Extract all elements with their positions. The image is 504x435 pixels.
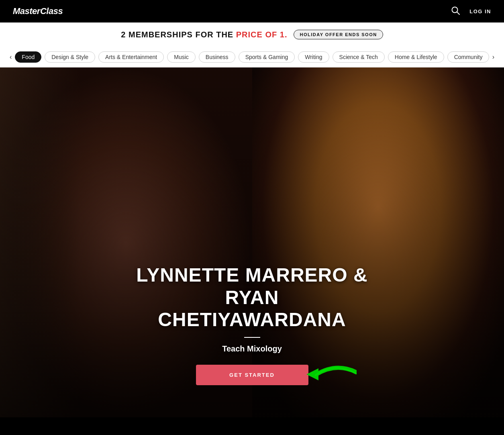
category-pill-business[interactable]: Business — [199, 51, 235, 63]
category-pill-arts-and-entertainment[interactable]: Arts & Entertainment — [98, 51, 164, 63]
promo-text: 2 MEMBERSHIPS FOR THE PRICE OF 1. — [121, 30, 287, 39]
promo-text-highlight: PRICE OF 1. — [236, 30, 288, 39]
category-pill-food[interactable]: Food — [15, 51, 41, 63]
category-prev-button[interactable]: ‹ — [6, 50, 15, 64]
login-button[interactable]: LOG IN — [469, 8, 491, 14]
svg-line-1 — [457, 12, 460, 14]
category-pill-home-and-lifestyle[interactable]: Home & Lifestyle — [388, 51, 444, 63]
hero-cta-wrap: GET STARTED — [196, 365, 308, 385]
green-arrow-icon — [304, 358, 357, 392]
masterclass-logo[interactable]: MasterClass — [13, 6, 63, 16]
category-pill-sports-and-gaming[interactable]: Sports & Gaming — [239, 51, 295, 63]
promo-text-before: 2 MEMBERSHIPS FOR THE — [121, 30, 236, 39]
navbar-right: LOG IN — [451, 6, 491, 17]
hero-instructor-name: LYNNETTE MARRERO &RYAN CHETIYAWARDANA — [132, 264, 373, 331]
category-pill-design-and-style[interactable]: Design & Style — [45, 51, 95, 63]
promo-badge-button[interactable]: HOLIDAY OFFER ENDS SOON — [294, 30, 383, 39]
hero-section: LYNNETTE MARRERO &RYAN CHETIYAWARDANA Te… — [0, 67, 504, 417]
category-pill-science-and-tech[interactable]: Science & Tech — [333, 51, 385, 63]
category-nav: ‹ FoodDesign & StyleArts & Entertainment… — [0, 47, 504, 67]
hero-content: LYNNETTE MARRERO &RYAN CHETIYAWARDANA Te… — [132, 264, 373, 385]
search-icon[interactable] — [451, 6, 460, 17]
get-started-button[interactable]: GET STARTED — [196, 365, 308, 385]
navbar: MasterClass LOG IN — [0, 0, 504, 22]
promo-banner: 2 MEMBERSHIPS FOR THE PRICE OF 1. HOLIDA… — [0, 22, 504, 47]
category-next-button[interactable]: › — [489, 50, 498, 64]
category-pill-music[interactable]: Music — [167, 51, 196, 63]
category-pill-community[interactable]: Community — [447, 51, 489, 63]
hero-course-title: Teach Mixology — [132, 344, 373, 353]
category-pill-writing[interactable]: Writing — [298, 51, 329, 63]
hero-divider — [244, 337, 260, 338]
category-pills: FoodDesign & StyleArts & EntertainmentMu… — [15, 51, 489, 63]
